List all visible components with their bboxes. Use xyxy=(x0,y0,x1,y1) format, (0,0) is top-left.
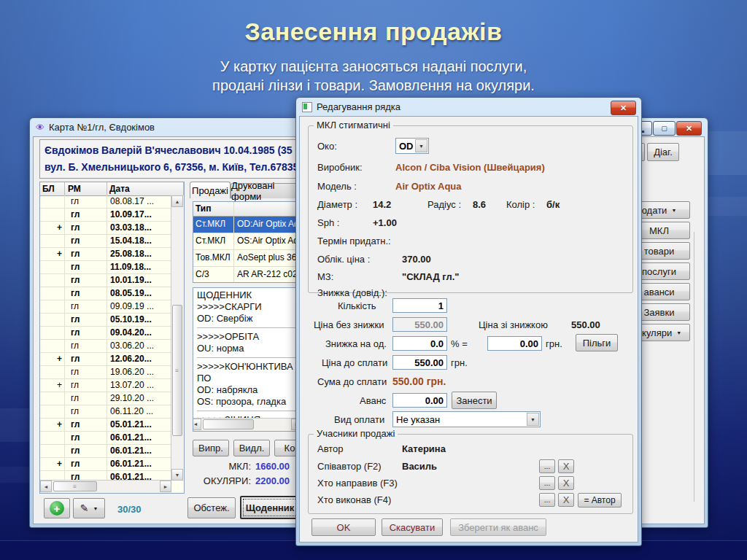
diary-hscroll-thumb[interactable] xyxy=(203,419,254,429)
cell-rm: гл xyxy=(65,366,107,378)
table-row[interactable]: +гл05.01.21... xyxy=(40,419,171,432)
table-row[interactable]: +гл25.08.18... xyxy=(40,248,171,261)
scroll-up-icon[interactable]: ▲ xyxy=(171,195,183,207)
table-row[interactable]: гл09.04.20... xyxy=(40,327,171,340)
executor-pick-button[interactable]: ... xyxy=(539,493,555,507)
cell-rm: гл xyxy=(65,261,107,273)
manufacturer-label: Виробник: xyxy=(317,162,363,173)
scroll-right-icon[interactable]: ► xyxy=(160,481,171,492)
cancel-button[interactable]: Скасувати xyxy=(382,518,443,536)
sales-row[interactable]: Тов.МКЛAoSept plus 36 xyxy=(193,250,303,267)
cell-rm: гл xyxy=(65,458,107,470)
edit-row-dialog: Редагування рядка ✕ МКЛ стигматичні Око:… xyxy=(295,97,642,546)
coauthor-clear-button[interactable]: X xyxy=(558,459,574,473)
right-panel-divider xyxy=(694,232,694,502)
sales-action-button[interactable]: Випр. xyxy=(193,440,229,456)
visits-vscrollbar[interactable]: ▲ ≡ ▼ xyxy=(171,195,184,481)
table-row[interactable]: +гл13.07.20 ... xyxy=(40,379,171,392)
column-header-date[interactable]: Дата xyxy=(107,182,184,195)
diary-button[interactable]: Щоденник xyxy=(240,496,300,519)
table-row[interactable]: гл15.04.18... xyxy=(40,235,171,248)
sales-grid-header: Тип xyxy=(193,202,303,217)
visits-vscroll-thumb[interactable]: ≡ xyxy=(172,305,182,436)
scroll-down-icon[interactable]: ▼ xyxy=(171,469,183,481)
cell-date: 09.09.19 ... xyxy=(107,300,171,313)
dialog-titlebar[interactable]: Редагування рядка xyxy=(296,98,641,116)
table-row[interactable]: гл08.08.17 ... xyxy=(40,195,171,209)
ok-button[interactable]: OK xyxy=(311,518,376,536)
cell-bl xyxy=(40,432,65,444)
table-row[interactable]: гл03.06.20 ... xyxy=(40,340,171,353)
dialog-close-button[interactable]: ✕ xyxy=(611,101,636,115)
discount-ref-label: Знижка (довід.): xyxy=(317,287,387,298)
dropdown-arrow-icon[interactable]: ▼ xyxy=(415,139,427,152)
sales-row[interactable]: С/3AR AR-212 c02 xyxy=(193,267,303,283)
column-header-desc[interactable] xyxy=(234,202,303,216)
save-as-advance-button[interactable]: Зберегти як аванс xyxy=(450,518,546,536)
total-label: ОКУЛЯРИ: xyxy=(193,475,251,486)
sales-row[interactable]: Ст.МКЛOD:Air Optix Aq xyxy=(193,217,303,233)
scroll-left-icon[interactable]: ◄ xyxy=(40,481,52,492)
enter-advance-button[interactable]: Занести xyxy=(452,392,497,409)
sales-grid[interactable]: Тип Ст.МКЛOD:Air Optix AqСт.МКЛOS:Air Op… xyxy=(193,201,303,283)
eye-combobox[interactable]: OD ▼ xyxy=(395,138,429,154)
disc-amt-input[interactable]: 0.00 xyxy=(487,336,542,351)
payment-combobox[interactable]: Не указан ▼ xyxy=(392,411,541,427)
mz-label: МЗ: xyxy=(317,271,333,282)
edit-visit-button[interactable]: ✎ ▼ xyxy=(73,498,105,518)
sales-action-button[interactable]: Видл. xyxy=(233,440,270,456)
table-row[interactable]: гл06.01.21... xyxy=(40,432,171,445)
diary-memo[interactable]: ЩОДЕННИК>>>>>СКАРГИOD: Свербіж>>>>>ОРБІТ… xyxy=(193,287,303,432)
table-row[interactable]: +гл06.01.21... xyxy=(40,458,171,471)
diary-hscrollbar[interactable]: ◄ ► xyxy=(193,418,303,431)
coauthor-pick-button[interactable]: ... xyxy=(539,459,555,473)
column-header-rm[interactable]: РМ xyxy=(65,182,107,195)
visits-hscroll-thumb[interactable]: ≡ xyxy=(53,481,97,491)
table-row[interactable]: гл29.10.20 ... xyxy=(40,392,171,405)
benefits-button[interactable]: Пільги xyxy=(576,334,618,351)
table-row[interactable]: +гл03.03.18... xyxy=(40,222,171,235)
exam-button[interactable]: Обстеж. xyxy=(187,497,236,518)
radius-value: 8.6 xyxy=(473,199,486,210)
price-pay-input[interactable]: 550.00 xyxy=(392,355,447,370)
table-row[interactable]: гл08.05.19... xyxy=(40,287,171,300)
slide-subtitle-line2: продані лінзи і товари. Замовлення на ок… xyxy=(0,76,747,95)
cell-date: 06.01.21... xyxy=(107,458,171,470)
right-button-label: аванси xyxy=(643,287,674,298)
cell-date: 13.07.20 ... xyxy=(107,379,171,392)
dropdown-arrow-icon[interactable]: ▼ xyxy=(527,413,539,426)
column-header-bl[interactable]: БЛ xyxy=(40,182,65,195)
uah-label: грн. xyxy=(451,357,468,368)
close-icon: ✕ xyxy=(686,125,692,133)
sales-row[interactable]: Ст.МКЛOS:Air Optix Aq xyxy=(193,233,303,250)
table-row[interactable]: гл10.09.17... xyxy=(40,209,171,222)
table-row[interactable]: гл06.11.20 ... xyxy=(40,405,171,419)
visits-hscrollbar[interactable]: ◄ ≡ ► xyxy=(40,480,171,493)
executor-clear-button[interactable]: X xyxy=(558,493,574,507)
scroll-left-icon[interactable]: ◄ xyxy=(193,419,201,430)
referrer-pick-button[interactable]: ... xyxy=(539,476,555,490)
table-row[interactable]: гл06.01.21... xyxy=(40,445,171,458)
cell-rm: гл xyxy=(65,327,107,339)
column-header-type[interactable]: Тип xyxy=(193,202,234,216)
visits-grid[interactable]: БЛ РМ Дата гл08.08.17 ...гл10.09.17...+г… xyxy=(39,182,185,494)
qty-input[interactable]: 1 xyxy=(392,298,447,313)
table-row[interactable]: гл19.06.20 ... xyxy=(40,366,171,379)
referrer-clear-button[interactable]: X xyxy=(558,476,574,490)
cell-bl xyxy=(40,392,65,405)
table-row[interactable]: гл05.10.19... xyxy=(40,314,171,327)
table-row[interactable]: гл10.01.19... xyxy=(40,274,171,287)
close-button[interactable]: ✕ xyxy=(676,121,702,136)
cell-bl xyxy=(40,340,65,352)
table-row[interactable]: +гл12.06.20... xyxy=(40,353,171,366)
price-no-disc-label: Ціна без знижки xyxy=(314,319,384,330)
table-row[interactable]: гл11.09.18... xyxy=(40,261,171,274)
maximize-button[interactable]: ▢ xyxy=(653,121,676,136)
advance-input[interactable]: 0.00 xyxy=(392,393,447,408)
equals-author-button[interactable]: = Автор xyxy=(578,493,622,508)
disc-pct-input[interactable]: 0.0 xyxy=(392,336,447,351)
table-row[interactable]: гл09.09.19 ... xyxy=(40,300,171,314)
tab-sales[interactable]: Продажі xyxy=(190,182,231,198)
add-visit-button[interactable]: + xyxy=(44,498,70,518)
diag-button[interactable]: Діаг. xyxy=(647,143,679,161)
